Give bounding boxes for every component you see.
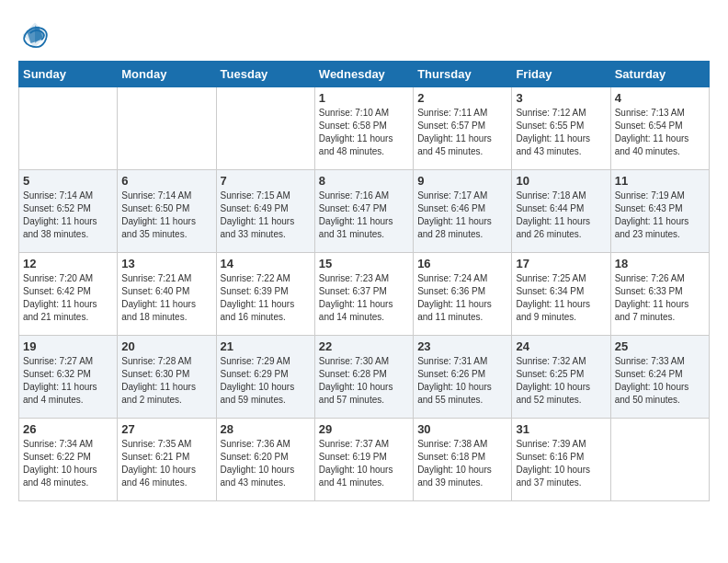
day-info: Sunrise: 7:29 AM Sunset: 6:29 PM Dayligh… (221, 355, 311, 407)
day-number: 7 (221, 174, 311, 188)
calendar-cell: 17Sunrise: 7:25 AM Sunset: 6:34 PM Dayli… (512, 253, 610, 336)
calendar-cell: 22Sunrise: 7:30 AM Sunset: 6:28 PM Dayli… (314, 336, 413, 419)
day-info: Sunrise: 7:18 AM Sunset: 6:44 PM Dayligh… (516, 190, 606, 241)
day-number: 28 (221, 422, 311, 436)
weekday-header-sunday: Sunday (19, 62, 118, 87)
day-info: Sunrise: 7:21 AM Sunset: 6:40 PM Dayligh… (121, 272, 211, 324)
day-number: 24 (516, 339, 606, 353)
calendar-cell: 21Sunrise: 7:29 AM Sunset: 6:29 PM Dayli… (216, 336, 314, 419)
day-info: Sunrise: 7:31 AM Sunset: 6:26 PM Dayligh… (417, 355, 507, 407)
day-number: 9 (417, 174, 507, 188)
weekday-header-saturday: Saturday (610, 62, 709, 87)
day-number: 12 (23, 257, 113, 270)
calendar-cell: 31Sunrise: 7:39 AM Sunset: 6:16 PM Dayli… (512, 419, 610, 501)
day-info: Sunrise: 7:36 AM Sunset: 6:20 PM Dayligh… (221, 438, 311, 489)
calendar-cell: 23Sunrise: 7:31 AM Sunset: 6:26 PM Dayli… (414, 336, 512, 419)
day-info: Sunrise: 7:30 AM Sunset: 6:28 PM Dayligh… (319, 355, 409, 407)
weekday-header-thursday: Thursday (414, 62, 512, 87)
calendar-cell: 26Sunrise: 7:34 AM Sunset: 6:22 PM Dayli… (19, 419, 118, 501)
day-info: Sunrise: 7:35 AM Sunset: 6:21 PM Dayligh… (121, 438, 211, 489)
calendar-week-3: 12Sunrise: 7:20 AM Sunset: 6:42 PM Dayli… (19, 253, 710, 336)
calendar-cell: 9Sunrise: 7:17 AM Sunset: 6:46 PM Daylig… (414, 170, 512, 253)
day-number: 21 (221, 339, 311, 353)
calendar-cell: 28Sunrise: 7:36 AM Sunset: 6:20 PM Dayli… (216, 419, 314, 501)
day-number: 10 (516, 174, 606, 188)
day-info: Sunrise: 7:32 AM Sunset: 6:25 PM Dayligh… (516, 355, 606, 407)
calendar-cell: 10Sunrise: 7:18 AM Sunset: 6:44 PM Dayli… (512, 170, 610, 253)
day-number: 19 (23, 339, 113, 353)
day-number: 18 (615, 257, 705, 270)
day-number: 13 (121, 257, 211, 270)
day-info: Sunrise: 7:24 AM Sunset: 6:36 PM Dayligh… (417, 272, 507, 324)
day-number: 2 (417, 91, 507, 105)
day-info: Sunrise: 7:26 AM Sunset: 6:33 PM Dayligh… (615, 272, 705, 324)
day-number: 16 (417, 257, 507, 270)
weekday-header-friday: Friday (512, 62, 610, 87)
day-number: 5 (23, 174, 113, 188)
day-info: Sunrise: 7:14 AM Sunset: 6:50 PM Dayligh… (121, 190, 211, 241)
day-info: Sunrise: 7:20 AM Sunset: 6:42 PM Dayligh… (23, 272, 113, 324)
day-number: 20 (121, 339, 211, 353)
calendar-cell: 6Sunrise: 7:14 AM Sunset: 6:50 PM Daylig… (118, 170, 216, 253)
day-number: 23 (417, 339, 507, 353)
day-info: Sunrise: 7:22 AM Sunset: 6:39 PM Dayligh… (221, 272, 311, 324)
calendar-cell: 29Sunrise: 7:37 AM Sunset: 6:19 PM Dayli… (314, 419, 413, 501)
calendar-cell: 16Sunrise: 7:24 AM Sunset: 6:36 PM Dayli… (414, 253, 512, 336)
calendar-cell: 14Sunrise: 7:22 AM Sunset: 6:39 PM Dayli… (216, 253, 314, 336)
calendar-cell (19, 87, 118, 170)
calendar-week-2: 5Sunrise: 7:14 AM Sunset: 6:52 PM Daylig… (19, 170, 710, 253)
day-info: Sunrise: 7:25 AM Sunset: 6:34 PM Dayligh… (516, 272, 606, 324)
day-number: 25 (615, 339, 705, 353)
calendar-cell: 19Sunrise: 7:27 AM Sunset: 6:32 PM Dayli… (19, 336, 118, 419)
day-number: 26 (23, 422, 113, 436)
calendar-cell: 5Sunrise: 7:14 AM Sunset: 6:52 PM Daylig… (19, 170, 118, 253)
calendar-cell: 7Sunrise: 7:15 AM Sunset: 6:49 PM Daylig… (216, 170, 314, 253)
day-number: 4 (615, 91, 705, 105)
calendar-cell (610, 419, 709, 501)
day-info: Sunrise: 7:28 AM Sunset: 6:30 PM Dayligh… (121, 355, 211, 407)
day-number: 8 (319, 174, 409, 188)
day-number: 15 (319, 257, 409, 270)
calendar-week-4: 19Sunrise: 7:27 AM Sunset: 6:32 PM Dayli… (19, 336, 710, 419)
calendar-cell: 24Sunrise: 7:32 AM Sunset: 6:25 PM Dayli… (512, 336, 610, 419)
day-info: Sunrise: 7:19 AM Sunset: 6:43 PM Dayligh… (615, 190, 705, 241)
calendar-cell: 13Sunrise: 7:21 AM Sunset: 6:40 PM Dayli… (118, 253, 216, 336)
logo-icon (18, 18, 51, 52)
day-info: Sunrise: 7:11 AM Sunset: 6:57 PM Dayligh… (417, 107, 507, 158)
day-info: Sunrise: 7:38 AM Sunset: 6:18 PM Dayligh… (417, 438, 507, 489)
calendar-week-5: 26Sunrise: 7:34 AM Sunset: 6:22 PM Dayli… (19, 419, 710, 501)
calendar-cell: 3Sunrise: 7:12 AM Sunset: 6:55 PM Daylig… (512, 87, 610, 170)
calendar-cell: 25Sunrise: 7:33 AM Sunset: 6:24 PM Dayli… (610, 336, 709, 419)
calendar-cell: 1Sunrise: 7:10 AM Sunset: 6:58 PM Daylig… (314, 87, 413, 170)
calendar-cell: 2Sunrise: 7:11 AM Sunset: 6:57 PM Daylig… (414, 87, 512, 170)
day-number: 14 (221, 257, 311, 270)
calendar-cell: 8Sunrise: 7:16 AM Sunset: 6:47 PM Daylig… (314, 170, 413, 253)
day-number: 30 (417, 422, 507, 436)
calendar-cell: 4Sunrise: 7:13 AM Sunset: 6:54 PM Daylig… (610, 87, 709, 170)
day-number: 31 (516, 422, 606, 436)
day-info: Sunrise: 7:17 AM Sunset: 6:46 PM Dayligh… (417, 190, 507, 241)
calendar-cell: 11Sunrise: 7:19 AM Sunset: 6:43 PM Dayli… (610, 170, 709, 253)
calendar-cell: 20Sunrise: 7:28 AM Sunset: 6:30 PM Dayli… (118, 336, 216, 419)
day-number: 29 (319, 422, 409, 436)
day-number: 11 (615, 174, 705, 188)
calendar-week-1: 1Sunrise: 7:10 AM Sunset: 6:58 PM Daylig… (19, 87, 710, 170)
weekday-header-tuesday: Tuesday (216, 62, 314, 87)
calendar-cell: 15Sunrise: 7:23 AM Sunset: 6:37 PM Dayli… (314, 253, 413, 336)
day-number: 1 (319, 91, 409, 105)
day-info: Sunrise: 7:16 AM Sunset: 6:47 PM Dayligh… (319, 190, 409, 241)
calendar-header: SundayMondayTuesdayWednesdayThursdayFrid… (19, 62, 710, 87)
calendar-cell: 27Sunrise: 7:35 AM Sunset: 6:21 PM Dayli… (118, 419, 216, 501)
day-info: Sunrise: 7:27 AM Sunset: 6:32 PM Dayligh… (23, 355, 113, 407)
day-number: 22 (319, 339, 409, 353)
day-info: Sunrise: 7:37 AM Sunset: 6:19 PM Dayligh… (319, 438, 409, 489)
logo (18, 18, 57, 52)
day-info: Sunrise: 7:10 AM Sunset: 6:58 PM Dayligh… (319, 107, 409, 158)
weekday-header-monday: Monday (118, 62, 216, 87)
weekday-header-wednesday: Wednesday (314, 62, 413, 87)
calendar-cell: 30Sunrise: 7:38 AM Sunset: 6:18 PM Dayli… (414, 419, 512, 501)
page-header (18, 18, 710, 52)
day-number: 27 (121, 422, 211, 436)
day-info: Sunrise: 7:14 AM Sunset: 6:52 PM Dayligh… (23, 190, 113, 241)
day-info: Sunrise: 7:13 AM Sunset: 6:54 PM Dayligh… (615, 107, 705, 158)
